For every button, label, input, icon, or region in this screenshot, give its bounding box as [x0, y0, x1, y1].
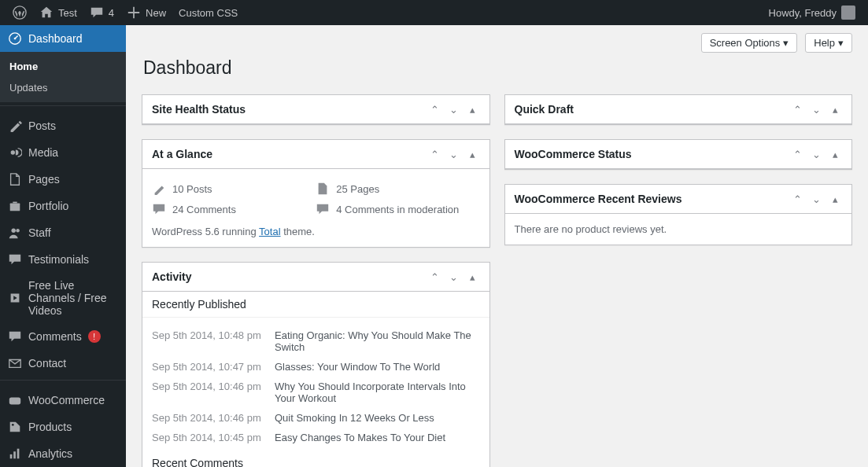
- submenu-dashboard: Home Updates: [0, 52, 126, 102]
- screen-options-button[interactable]: Screen Options ▾: [701, 33, 798, 53]
- widget-title: Site Health Status: [152, 103, 246, 116]
- svg-point-3: [11, 150, 15, 154]
- toggle-icon[interactable]: ▴: [828, 193, 842, 205]
- wp-logo[interactable]: [6, 0, 33, 25]
- widget-woo-reviews: WooCommerce Recent Reviews ⌃⌄▴ There are…: [504, 184, 853, 245]
- chevron-up-icon[interactable]: ⌃: [428, 149, 442, 160]
- recently-published-heading: Recently Published: [142, 292, 489, 318]
- toggle-icon[interactable]: ▴: [828, 104, 842, 116]
- toggle-icon[interactable]: ▴: [828, 149, 842, 160]
- custom-css-link[interactable]: Custom CSS: [172, 0, 244, 25]
- menu-dashboard[interactable]: Dashboard: [0, 25, 126, 52]
- svg-rect-4: [10, 203, 20, 211]
- widget-quick-draft: Quick Draft ⌃⌄▴: [504, 94, 853, 125]
- activity-row: Sep 5th 2014, 10:45 pmEasy Changes To Ma…: [152, 428, 480, 447]
- help-button[interactable]: Help ▾: [805, 33, 852, 53]
- menu-free-live[interactable]: Free Live Channels / Free Videos: [0, 273, 126, 323]
- activity-row: Sep 5th 2014, 10:46 pmWhy You Should Inc…: [152, 377, 480, 408]
- submenu-home[interactable]: Home: [0, 56, 126, 77]
- svg-point-2: [14, 38, 17, 40]
- activity-date: Sep 5th 2014, 10:46 pm: [152, 381, 262, 404]
- glance-comments[interactable]: 24 Comments: [152, 199, 316, 219]
- activity-title[interactable]: Eating Organic: Why You Should Make The …: [275, 329, 480, 353]
- menu-pages[interactable]: Pages: [0, 166, 126, 193]
- new-content[interactable]: New: [120, 0, 172, 25]
- wp-version: WordPress 5.6 running Total theme.: [152, 226, 480, 237]
- menu-analytics[interactable]: Analytics: [0, 440, 126, 467]
- site-name[interactable]: Test: [33, 0, 83, 25]
- activity-date: Sep 5th 2014, 10:48 pm: [152, 329, 262, 353]
- chevron-up-icon[interactable]: ⌃: [790, 104, 804, 116]
- widget-title: WooCommerce Status: [515, 148, 632, 160]
- activity-date: Sep 5th 2014, 10:46 pm: [152, 412, 262, 424]
- menu-comments[interactable]: Comments!: [0, 323, 126, 350]
- activity-title[interactable]: Why You Should Incorporate Intervals Int…: [275, 381, 480, 404]
- menu-portfolio[interactable]: Portfolio: [0, 193, 126, 219]
- chevron-up-icon[interactable]: ⌃: [428, 271, 442, 283]
- activity-title[interactable]: Glasses: Your Window To The World: [275, 361, 440, 373]
- recent-comments-heading: Recent Comments: [152, 457, 480, 467]
- toggle-icon[interactable]: ▴: [466, 149, 480, 160]
- menu-posts[interactable]: Posts: [0, 112, 126, 139]
- widget-site-health: Site Health Status ⌃⌄▴: [142, 94, 490, 125]
- submenu-updates[interactable]: Updates: [0, 77, 126, 98]
- chevron-down-icon[interactable]: ⌄: [809, 193, 823, 205]
- comments-badge: !: [88, 330, 101, 343]
- activity-date: Sep 5th 2014, 10:45 pm: [152, 432, 262, 443]
- glance-posts[interactable]: 10 Posts: [152, 178, 316, 199]
- chevron-up-icon[interactable]: ⌃: [790, 149, 804, 160]
- activity-row: Sep 5th 2014, 10:46 pmQuit Smoking In 12…: [152, 408, 480, 428]
- menu-contact[interactable]: Contact: [0, 350, 126, 377]
- menu-testimonials[interactable]: Testimonials: [0, 246, 126, 273]
- chevron-down-icon[interactable]: ⌄: [809, 104, 823, 116]
- svg-rect-7: [9, 397, 20, 404]
- widget-woo-status: WooCommerce Status ⌃⌄▴: [504, 139, 853, 170]
- chevron-down-icon[interactable]: ⌄: [447, 104, 461, 116]
- activity-title[interactable]: Easy Changes To Makes To Your Diet: [275, 432, 445, 443]
- activity-row: Sep 5th 2014, 10:47 pmGlasses: Your Wind…: [152, 357, 480, 377]
- svg-point-6: [16, 229, 20, 233]
- widget-title: At a Glance: [152, 148, 212, 160]
- activity-date: Sep 5th 2014, 10:47 pm: [152, 361, 262, 373]
- menu-woocommerce[interactable]: WooCommerce: [0, 387, 126, 414]
- widget-title: Quick Draft: [515, 103, 574, 116]
- glance-pages[interactable]: 25 Pages: [316, 178, 479, 199]
- chevron-down-icon[interactable]: ⌄: [447, 271, 461, 283]
- chevron-up-icon[interactable]: ⌃: [428, 104, 442, 116]
- widget-title: Activity: [152, 270, 192, 283]
- menu-staff[interactable]: Staff: [0, 219, 126, 246]
- glance-moderation[interactable]: 4 Comments in moderation: [316, 199, 479, 219]
- admin-bar: Test 4 New Custom CSS Howdy, Freddy: [0, 0, 868, 25]
- svg-rect-9: [10, 454, 13, 458]
- toggle-icon[interactable]: ▴: [466, 104, 480, 116]
- svg-rect-11: [17, 449, 20, 459]
- no-reviews-text: There are no product reviews yet.: [515, 223, 843, 235]
- page-title: Dashboard: [143, 57, 852, 79]
- admin-menu: Dashboard Home Updates Posts Media Pages…: [0, 25, 126, 467]
- chevron-down-icon[interactable]: ⌄: [447, 149, 461, 160]
- widget-at-a-glance: At a Glance ⌃⌄▴ 10 Posts 25 Pages 24 Com…: [142, 139, 490, 248]
- chevron-down-icon[interactable]: ⌄: [809, 149, 823, 160]
- toggle-icon[interactable]: ▴: [466, 271, 480, 283]
- activity-row: Sep 5th 2014, 10:48 pmEating Organic: Wh…: [152, 325, 480, 357]
- menu-products[interactable]: Products: [0, 414, 126, 440]
- content-area: Screen Options ▾ Help ▾ Dashboard Site H…: [126, 25, 868, 467]
- chevron-up-icon[interactable]: ⌃: [790, 193, 804, 205]
- howdy-account[interactable]: Howdy, Freddy: [763, 0, 862, 25]
- avatar-icon: [841, 6, 855, 20]
- svg-point-8: [12, 424, 14, 426]
- svg-rect-10: [13, 451, 16, 458]
- menu-media[interactable]: Media: [0, 139, 126, 166]
- widget-activity: Activity ⌃⌄▴ Recently Published Sep 5th …: [142, 262, 490, 467]
- widget-title: WooCommerce Recent Reviews: [515, 193, 682, 205]
- svg-point-5: [12, 229, 16, 233]
- activity-title[interactable]: Quit Smoking In 12 Weeks Or Less: [275, 412, 434, 424]
- comments-bubble[interactable]: 4: [83, 0, 120, 25]
- theme-link[interactable]: Total: [259, 226, 280, 237]
